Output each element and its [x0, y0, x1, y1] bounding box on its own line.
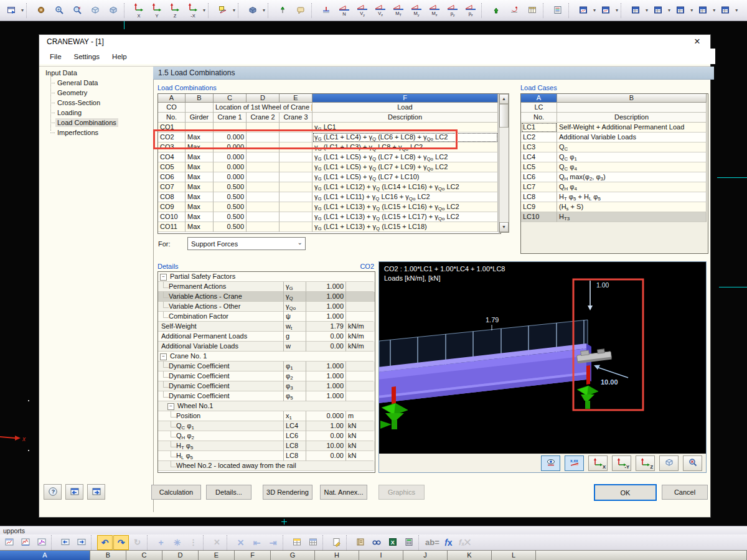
co-number[interactable]: CO7: [158, 182, 186, 192]
result-window-1-icon[interactable]: [575, 2, 592, 19]
girder-cell[interactable]: Max: [186, 192, 214, 202]
national-annex-button[interactable]: Nat. Annex...: [320, 485, 367, 500]
table-row[interactable]: CO9Max0.500γG (LC1 + LC13) + γQ (LC15 + …: [158, 202, 500, 212]
co-number[interactable]: CO2: [158, 133, 186, 142]
crane3-cell[interactable]: [280, 142, 312, 152]
lc-number[interactable]: LC3: [521, 142, 557, 152]
details-group-row[interactable]: −Partial Safety Factors: [158, 272, 375, 282]
lc-description[interactable]: QC φ1: [557, 152, 707, 162]
crane2-cell[interactable]: [247, 212, 280, 222]
load-description-cell[interactable]: γG (LC1 + LC13) + γQ (LC15 + LC18): [312, 222, 498, 232]
collapse-icon[interactable]: −: [167, 403, 174, 410]
load-description-cell[interactable]: γG (LC1 + LC13) + γQ (LC15 + LC16) + γQo…: [312, 202, 498, 212]
menu-help[interactable]: Help: [106, 51, 133, 62]
load-description-cell[interactable]: γG (LC1 + LC13) + γQ (LC15 + LC17) + γQo…: [312, 212, 498, 222]
load-description-cell[interactable]: γG (LC1 + LC3) + γQ LC8 + γQo LC2: [312, 142, 498, 152]
co-number[interactable]: CO4: [158, 152, 186, 162]
crane2-cell[interactable]: [247, 192, 280, 202]
grid-column-E[interactable]: E: [199, 550, 235, 560]
visibility-dropdown-icon[interactable]: ▾: [262, 7, 266, 13]
lc-number[interactable]: LC5: [521, 162, 557, 172]
dialog-title-bar[interactable]: CRANEWAY - [1] ✕: [39, 35, 710, 49]
crane2-cell[interactable]: [247, 152, 280, 162]
table-row[interactable]: CO2Max0.000γG (LC1 + LC4) + γQ (LC6 + LC…: [158, 133, 500, 142]
table-window-2-dropdown-icon[interactable]: ▾: [667, 7, 671, 13]
crane2-cell[interactable]: [247, 172, 280, 182]
details-row[interactable]: Positionx10.000m: [158, 411, 375, 421]
girder-cell[interactable]: Max: [186, 162, 214, 172]
sidebar-item-load-combinations[interactable]: Load Combinations: [55, 118, 118, 127]
crane3-cell[interactable]: [280, 192, 312, 202]
crane2-cell[interactable]: [247, 133, 280, 142]
crane1-cell[interactable]: 0.500: [214, 222, 247, 232]
diagram-pz-icon[interactable]: pz: [462, 2, 479, 19]
render-scene[interactable]: 1.79: [379, 262, 706, 454]
diagram-mt-icon[interactable]: MT: [390, 2, 407, 19]
girder-cell[interactable]: Max: [186, 142, 214, 152]
details-row[interactable]: Dynamic Coefficientφ21.000: [158, 371, 375, 381]
grid-column-C[interactable]: C: [126, 550, 162, 560]
next-window-button[interactable]: [87, 484, 105, 500]
table-row[interactable]: LC10HT3: [521, 212, 708, 222]
crane3-cell[interactable]: [280, 182, 312, 192]
crane1-cell[interactable]: 0.000: [214, 162, 247, 172]
load-combinations-scrollbar[interactable]: ▲▼: [499, 93, 509, 233]
lc-number[interactable]: LC7: [521, 182, 557, 192]
co-number[interactable]: CO3: [158, 142, 186, 152]
view-z-button[interactable]: Z: [636, 455, 655, 471]
table-row[interactable]: CO6Max0.000γG (LC1 + LC5) + γQ (LC7 + LC…: [158, 172, 500, 182]
crane3-cell[interactable]: [280, 202, 312, 212]
table-row[interactable]: LC4QC φ1: [521, 152, 708, 162]
table-row[interactable]: CO4Max0.000γG (LC1 + LC5) + γQ (LC7 + LC…: [158, 152, 500, 162]
lc-description[interactable]: HT φ5 + HL φ5: [557, 192, 707, 202]
crane1-cell[interactable]: 0.000: [214, 133, 247, 142]
load-position-icon[interactable]: [505, 2, 523, 19]
comment-icon[interactable]: [292, 2, 309, 19]
column-letter-B[interactable]: B: [186, 94, 214, 103]
details-row[interactable]: Dynamic Coefficientφ11.000: [158, 362, 375, 371]
table-row[interactable]: CO7Max0.500γG (LC1 + LC12) + γQ (LC14 + …: [158, 182, 500, 192]
view-x-icon[interactable]: X: [130, 2, 148, 19]
column-letter-A[interactable]: A: [158, 94, 186, 103]
lc-description[interactable]: Self-Weight + Additional Permanent Load: [557, 123, 707, 133]
rendering-button[interactable]: 3D Rendering: [263, 485, 312, 500]
sidebar-item-imperfections[interactable]: Imperfections: [55, 128, 100, 137]
table-row[interactable]: LC9(Hs + S): [521, 202, 708, 212]
co-number[interactable]: CO1: [158, 123, 186, 133]
details-row[interactable]: Wheel No.2 - located away from the rail: [158, 461, 375, 471]
column-letter-A[interactable]: A: [521, 94, 557, 103]
view-x-button[interactable]: X: [588, 455, 608, 471]
grid-column-K[interactable]: K: [448, 550, 492, 560]
details-row[interactable]: Permanent ActionsγG1.000: [158, 282, 375, 292]
menu-file[interactable]: File: [44, 51, 67, 62]
column-letter-B[interactable]: B: [557, 94, 707, 103]
grid-column-H[interactable]: H: [315, 550, 359, 560]
crane2-cell[interactable]: [247, 202, 280, 212]
crane1-cell[interactable]: 0.000: [214, 172, 247, 182]
sidebar-item-general-data[interactable]: General Data: [55, 78, 100, 87]
sidebar-item-loading[interactable]: Loading: [55, 108, 83, 117]
table-chart-icon[interactable]: [1, 535, 17, 550]
table-row[interactable]: LC8HT φ5 + HL φ5: [521, 192, 708, 202]
address-book-icon[interactable]: [352, 535, 368, 550]
work-plane-icon[interactable]: [214, 2, 232, 19]
lc-number[interactable]: LC10: [521, 212, 557, 222]
load-description-cell[interactable]: γG LC1: [312, 123, 498, 133]
sidebar-item-cross-section[interactable]: Cross-Section: [55, 98, 102, 107]
previous-table-icon[interactable]: [57, 535, 73, 550]
details-row[interactable]: HL φ5LC80.00kN: [158, 451, 375, 461]
co-number[interactable]: CO5: [158, 162, 186, 172]
details-row[interactable]: Dynamic Coefficientφ51.000: [158, 391, 375, 401]
previous-window-button[interactable]: [65, 484, 83, 500]
undo-icon[interactable]: ↶: [97, 535, 113, 550]
crane3-cell[interactable]: [280, 222, 312, 232]
girder-cell[interactable]: Max: [186, 133, 214, 142]
grid-column-I[interactable]: I: [359, 550, 403, 560]
isometric-view-icon[interactable]: [87, 2, 104, 19]
show-values-button[interactable]: x.xx: [565, 455, 584, 471]
lc-number[interactable]: LC4: [521, 152, 557, 162]
view-minus-x-icon[interactable]: -X: [184, 2, 202, 19]
co-number[interactable]: CO6: [158, 172, 186, 182]
girder-cell[interactable]: Max: [186, 212, 214, 222]
details-row[interactable]: QH φ2LC60.00kN: [158, 431, 375, 441]
